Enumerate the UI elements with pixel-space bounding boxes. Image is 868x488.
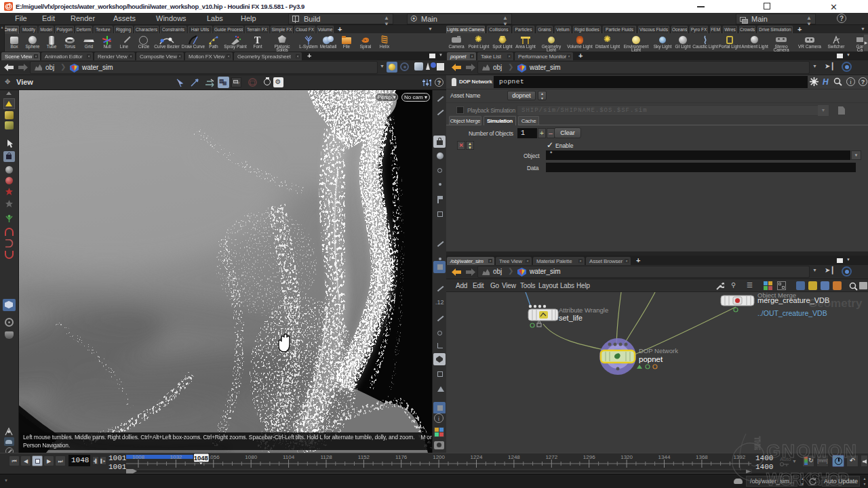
svg-text:1032: 1032 [170, 454, 182, 460]
svg-text:1048: 1048 [194, 454, 208, 462]
svg-text:1080: 1080 [245, 454, 257, 460]
svg-text:../OUT_creature_VDB: ../OUT_creature_VDB [757, 309, 827, 317]
svg-text:1272: 1272 [545, 454, 557, 460]
svg-text:1296: 1296 [583, 454, 595, 460]
svg-text:merge_creature_VDB: merge_creature_VDB [757, 296, 829, 304]
svg-text:popnet: popnet [639, 355, 663, 363]
svg-text:1224: 1224 [471, 454, 483, 460]
svg-text:1008: 1008 [132, 454, 144, 460]
svg-text:1392: 1392 [733, 454, 745, 460]
svg-text:1248: 1248 [508, 454, 520, 460]
svg-text:1176: 1176 [395, 454, 408, 460]
svg-text:1200: 1200 [433, 454, 445, 460]
svg-text:1128: 1128 [320, 454, 332, 460]
svg-text:1368: 1368 [696, 454, 708, 460]
svg-text:1344: 1344 [658, 454, 671, 460]
svg-text:1320: 1320 [620, 454, 633, 460]
svg-text:Attribute Wrangle: Attribute Wrangle [559, 306, 608, 314]
svg-text:1152: 1152 [358, 454, 370, 460]
svg-text:set_life: set_life [559, 314, 583, 322]
svg-text:DOP Network: DOP Network [639, 347, 678, 354]
svg-text:1104: 1104 [283, 454, 295, 460]
